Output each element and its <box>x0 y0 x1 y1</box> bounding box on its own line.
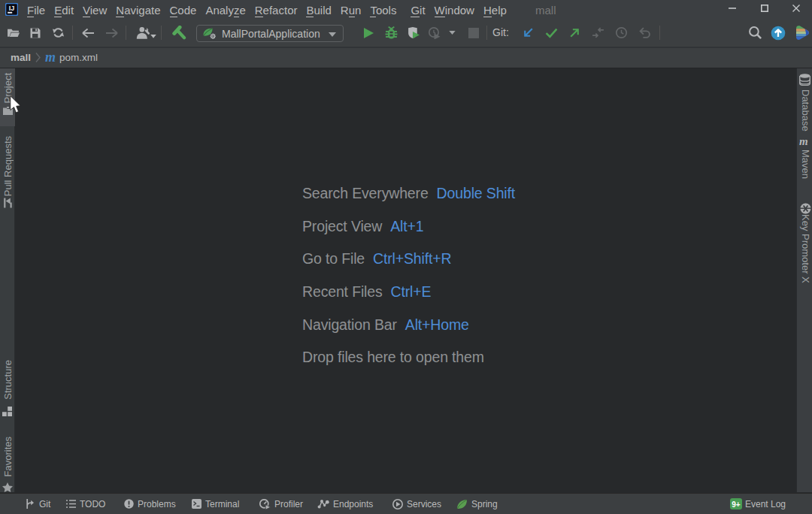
svg-text:9+: 9+ <box>732 500 741 509</box>
svg-text:IJ: IJ <box>9 5 15 12</box>
svg-text:m: m <box>799 136 808 146</box>
